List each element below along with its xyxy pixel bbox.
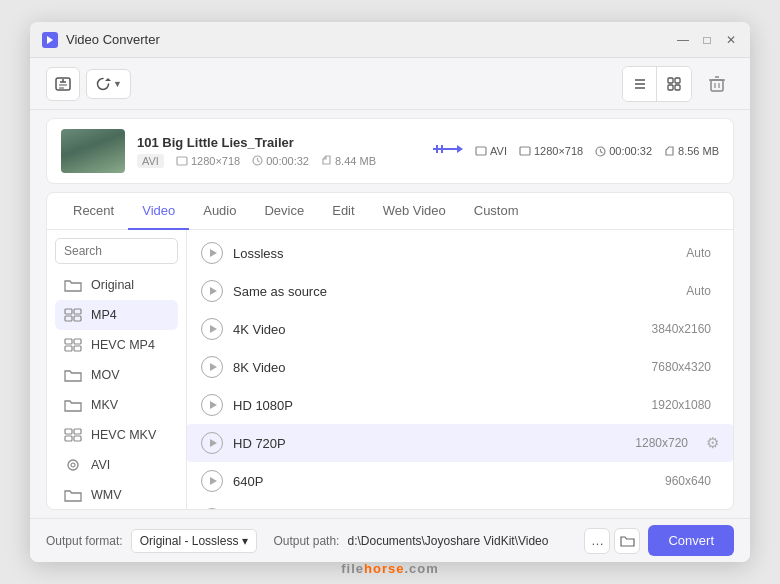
browse-path-button[interactable]: … (584, 528, 610, 554)
svg-rect-19 (177, 157, 187, 165)
format-item-icon-mov (63, 367, 83, 383)
quality-item-lossless[interactable]: Lossless Auto (187, 234, 733, 272)
app-icon (42, 32, 58, 48)
svg-rect-39 (74, 346, 81, 351)
quality-item-sd-576p[interactable]: SD 576P 720x576 (187, 500, 733, 509)
view-toggle (622, 66, 692, 102)
format-item-avi[interactable]: AVI (55, 450, 178, 480)
format-item-original[interactable]: Original (55, 270, 178, 300)
format-item-mp4[interactable]: MP4 (55, 300, 178, 330)
svg-line-22 (258, 161, 260, 163)
watermark: filehorse.com (0, 561, 780, 576)
svg-rect-13 (675, 85, 680, 90)
settings-icon[interactable]: ⚙ (706, 434, 719, 452)
list-view-button[interactable] (623, 67, 657, 101)
quality-item-8k-video[interactable]: 8K Video 7680x4320 (187, 348, 733, 386)
minimize-button[interactable]: — (676, 33, 690, 47)
tab-recent[interactable]: Recent (59, 193, 128, 230)
open-folder-button[interactable] (614, 528, 640, 554)
toolbar: ▼ (30, 58, 750, 110)
clear-all-button[interactable] (700, 67, 734, 101)
file-details: 101 Big Little Lies_Trailer AVI 1280×718… (137, 135, 419, 168)
output-duration: 00:00:32 (595, 145, 652, 157)
svg-rect-42 (65, 436, 72, 441)
svg-rect-10 (668, 78, 673, 83)
file-thumbnail (61, 129, 125, 173)
output-format-select[interactable]: Original - Lossless ▾ (131, 529, 258, 553)
quality-resolution: 1920x1080 (652, 398, 711, 412)
svg-rect-14 (711, 80, 723, 91)
quality-item-4k-video[interactable]: 4K Video 3840x2160 (187, 310, 733, 348)
output-format-value: Original - Lossless (140, 534, 239, 548)
svg-marker-24 (457, 145, 463, 153)
play-icon (201, 318, 223, 340)
quality-resolution: 7680x4320 (652, 360, 711, 374)
format-item-icon-hevc mp4 (63, 337, 83, 353)
file-format-badge: AVI (137, 154, 164, 168)
svg-rect-33 (74, 309, 81, 314)
file-resolution: 1280×718 (176, 155, 240, 167)
quality-name: Lossless (233, 246, 676, 261)
format-item-wmv[interactable]: WMV (55, 480, 178, 509)
tab-audio[interactable]: Audio (189, 193, 250, 230)
tab-video[interactable]: Video (128, 193, 189, 230)
format-item-icon-mp4 (63, 307, 83, 323)
quality-item-hd-1080p[interactable]: HD 1080P 1920x1080 (187, 386, 733, 424)
format-body: OriginalMP4HEVC MP4MOVMKVHEVC MKVAVIWMV … (47, 230, 733, 509)
output-format: AVI (475, 145, 507, 157)
file-name: 101 Big Little Lies_Trailer (137, 135, 419, 150)
quality-item-hd-720p[interactable]: HD 720P 1280x720 ⚙ (187, 424, 733, 462)
file-duration: 00:00:32 (252, 155, 309, 167)
tab-custom[interactable]: Custom (460, 193, 533, 230)
format-item-mkv[interactable]: MKV (55, 390, 178, 420)
add-file-button[interactable] (46, 67, 80, 101)
quality-item-640p[interactable]: 640P 960x640 (187, 462, 733, 500)
file-size: 8.44 MB (321, 155, 376, 167)
output-format-label: Output format: (46, 534, 123, 548)
tab-device[interactable]: Device (250, 193, 318, 230)
svg-rect-12 (668, 85, 673, 90)
play-icon (201, 432, 223, 454)
svg-rect-43 (74, 436, 81, 441)
toolbar-right (700, 67, 734, 101)
tab-web-video[interactable]: Web Video (369, 193, 460, 230)
format-panel: Recent Video Audio Device Edit Web Video… (46, 192, 734, 510)
svg-rect-27 (476, 147, 486, 155)
grid-view-button[interactable] (657, 67, 691, 101)
svg-marker-0 (47, 36, 53, 44)
title-bar: Video Converter — □ ✕ (30, 22, 750, 58)
convert-arrow-icon (431, 140, 463, 163)
maximize-button[interactable]: □ (700, 33, 714, 47)
window-controls: — □ ✕ (676, 33, 738, 47)
tab-edit[interactable]: Edit (318, 193, 368, 230)
play-icon (201, 394, 223, 416)
rotate-dropdown-arrow: ▼ (113, 79, 122, 89)
svg-rect-32 (65, 309, 72, 314)
format-item-icon-avi (63, 457, 83, 473)
play-icon (201, 470, 223, 492)
toolbar-center (622, 66, 692, 102)
format-item-icon-original (63, 277, 83, 293)
quality-name: 8K Video (233, 360, 642, 375)
format-item-hevcmkv[interactable]: HEVC MKV (55, 420, 178, 450)
output-path-actions: … (584, 528, 640, 554)
svg-rect-11 (675, 78, 680, 83)
dropdown-arrow-icon: ▾ (242, 534, 248, 548)
svg-rect-35 (74, 316, 81, 321)
toolbar-left: ▼ (46, 67, 614, 101)
play-icon (201, 242, 223, 264)
svg-rect-34 (65, 316, 72, 321)
convert-button[interactable]: Convert (648, 525, 734, 556)
rotate-button[interactable]: ▼ (86, 69, 131, 99)
format-item-mov[interactable]: MOV (55, 360, 178, 390)
output-size: 8.56 MB (664, 145, 719, 157)
format-item-hevcmp4[interactable]: HEVC MP4 (55, 330, 178, 360)
close-button[interactable]: ✕ (724, 33, 738, 47)
file-item: 101 Big Little Lies_Trailer AVI 1280×718… (46, 118, 734, 184)
quality-name: HD 1080P (233, 398, 642, 413)
quality-item-same-as-source[interactable]: Same as source Auto (187, 272, 733, 310)
output-path-label: Output path: (273, 534, 339, 548)
quality-resolution: Auto (686, 284, 711, 298)
format-search-input[interactable] (55, 238, 178, 264)
svg-point-44 (68, 460, 78, 470)
